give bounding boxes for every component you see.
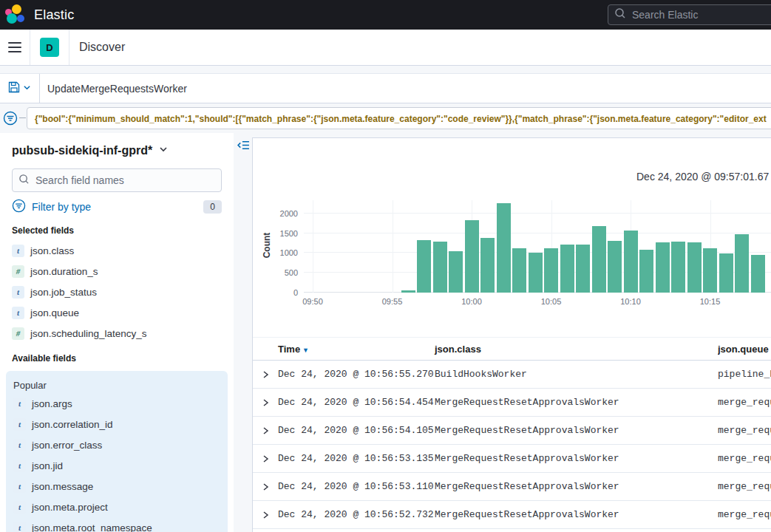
number-type-icon: # [12,265,24,278]
selected-fields-list: tjson.class#json.duration_stjson.job_sta… [12,240,222,344]
cell-queue: pipeline_h [718,369,771,380]
histogram-bar[interactable] [624,231,638,293]
queue-column-header[interactable]: json.queue [718,344,771,355]
field-item[interactable]: tjson.error_class [13,434,222,455]
x-tick-label: 10:00 [449,297,494,306]
table-row: Dec 24, 2020 @ 10:56:53.135MergeRequestR… [253,445,771,473]
field-item[interactable]: #json.duration_s [12,261,222,282]
histogram-bar[interactable] [497,203,511,293]
histogram-bar[interactable] [417,240,431,293]
field-item[interactable]: tjson.correlation_id [13,414,222,434]
histogram-bar[interactable] [465,220,479,293]
documents-table: Time▼ json.class json.queue Dec 24, 2020… [253,337,771,532]
filter-bar: {"bool":{"minimum_should_match":1,"shoul… [0,103,771,133]
histogram-bar[interactable] [751,255,765,293]
field-item[interactable]: #json.scheduling_latency_s [12,323,222,344]
caret-right-icon [261,482,270,491]
field-name: json.scheduling_latency_s [30,328,147,339]
field-name: json.error_class [32,440,102,451]
field-item[interactable]: tjson.job_status [12,282,222,302]
cell-class: MergeRequestResetApprovalsWorker [435,453,718,464]
global-search-input[interactable] [632,9,771,21]
cell-time: Dec 24, 2020 @ 10:56:55.270 [278,369,435,380]
field-name: json.correlation_id [32,419,113,430]
expand-row-button[interactable] [253,529,278,532]
y-tick-label: 1000 [267,248,298,257]
chart-plot[interactable]: 050010001500200009:5009:5510:0010:0510:1… [304,200,771,293]
filter-by-type[interactable]: Filter by type 0 [12,198,222,216]
x-tick-label: 10:05 [529,297,574,306]
chart-time-range: Dec 24, 2020 @ 09:57:01.67 [636,171,769,183]
histogram-bar[interactable] [401,290,415,293]
gridline [304,213,771,214]
x-tick-label: 09:55 [370,297,415,306]
field-name: json.meta.root_namespace [32,522,152,532]
string-type-icon: t [12,286,24,299]
field-item[interactable]: tjson.args [13,393,222,414]
number-type-icon: # [12,327,24,340]
gridline [304,233,771,233]
sort-desc-icon: ▼ [302,347,309,354]
histogram-bar[interactable] [703,248,717,293]
popular-label: Popular [13,377,222,393]
field-item[interactable]: tjson.message [13,476,222,497]
histogram-bar[interactable] [576,245,590,293]
time-column-header[interactable]: Time▼ [278,344,435,355]
expand-row-button[interactable] [253,361,278,389]
expand-row-button[interactable] [253,501,278,529]
collapse-sidebar-icon[interactable] [237,139,250,152]
y-tick-label: 500 [267,268,298,277]
field-item[interactable]: tjson.meta.project [13,497,222,517]
string-type-icon: t [13,460,26,472]
global-search[interactable] [608,4,771,25]
cell-queue: merge_requ [718,481,771,492]
histogram-bar[interactable] [544,248,558,293]
elastic-logo-icon [4,4,25,25]
histogram-bar[interactable] [687,242,702,293]
histogram-bar[interactable] [433,242,447,293]
field-search-input[interactable] [35,174,206,186]
histogram-bar[interactable] [480,238,495,293]
expand-row-button[interactable] [253,445,278,473]
content: pubsub-sidekiq-inf-gprd* Filter by type … [0,133,771,532]
x-tick-label: 09:50 [291,297,335,306]
menu-icon[interactable] [0,30,30,65]
histogram-bar[interactable] [512,248,526,293]
histogram-bar[interactable] [529,253,543,293]
save-query-button[interactable] [0,74,40,103]
index-pattern-selector[interactable]: pubsub-sidekiq-inf-gprd* [12,140,222,161]
discover-app-badge[interactable]: D [40,38,59,57]
filter-pill-text: {"bool":{"minimum_should_match":1,"shoul… [35,114,767,124]
field-search[interactable] [12,168,222,192]
histogram-bar[interactable] [656,242,670,293]
query-input[interactable]: UpdateMergeRequestsWorker [40,83,187,95]
histogram-chart: Dec 24, 2020 @ 09:57:01.67 Count 0500100… [253,138,771,323]
breadcrumb[interactable]: Discover [79,41,125,54]
filter-icon[interactable] [3,111,18,126]
histogram-bar[interactable] [608,241,622,293]
field-item[interactable]: tjson.meta.root_namespace [13,517,222,532]
string-type-icon: t [13,480,26,493]
histogram-bar[interactable] [449,251,463,293]
available-fields-label: Available fields [12,353,222,364]
cell-queue: merge_requ [718,509,771,520]
field-item[interactable]: tjson.jid [13,455,222,476]
field-item[interactable]: tjson.queue [12,302,222,323]
histogram-bar[interactable] [560,245,574,293]
expand-row-button[interactable] [253,473,278,501]
expand-row-button[interactable] [253,417,278,445]
expand-row-button[interactable] [253,389,278,417]
histogram-bar[interactable] [735,234,749,293]
y-tick-label: 2000 [267,209,298,218]
histogram-bar[interactable] [639,250,653,293]
histogram-bar[interactable] [592,226,606,293]
field-item[interactable]: tjson.class [12,240,222,261]
filter-pill[interactable]: {"bool":{"minimum_should_match":1,"shoul… [27,107,771,129]
histogram-bar[interactable] [719,253,733,293]
class-column-header[interactable]: json.class [435,344,718,355]
table-row: Dec 24, 2020 @ 10:56:55.270BuildHooksWor… [253,361,771,389]
query-bar: UpdateMergeRequestsWorker [0,73,771,103]
cell-class: MergeRequestResetApprovalsWorker [435,397,718,408]
popular-fields-list: tjson.argstjson.correlation_idtjson.erro… [13,393,222,532]
histogram-bar[interactable] [671,242,685,293]
